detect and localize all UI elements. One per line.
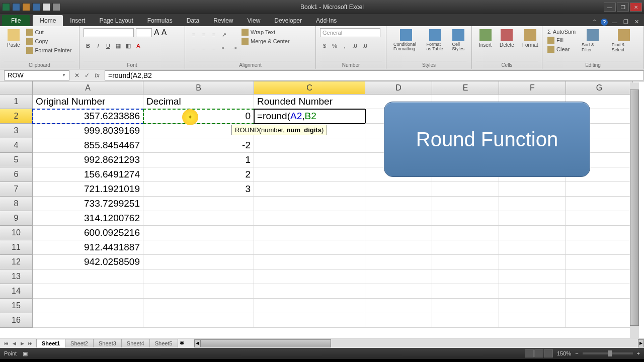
minimize-button[interactable]: — [604,3,616,12]
cell-A5[interactable]: 992.8621293 [33,153,143,167]
bold-button[interactable]: B [84,41,93,50]
row-header-9[interactable]: 9 [0,211,33,226]
vertical-scrollbar[interactable] [630,82,639,339]
macro-record-icon[interactable]: ▣ [23,350,28,357]
conditional-formatting-button[interactable]: Conditional Formatting [390,28,421,61]
cell-G14[interactable] [566,284,633,299]
cell-A10[interactable]: 600.0925216 [33,226,143,240]
cell-C14[interactable] [254,284,365,299]
decrease-font-icon[interactable]: A [162,28,167,37]
cell-B16[interactable] [143,313,254,328]
cell-C8[interactable] [254,197,365,211]
cell-B5[interactable]: 1 [143,153,254,167]
sheet-tab-sheet1[interactable]: Sheet1 [36,339,65,347]
cell-E13[interactable] [432,269,499,284]
col-header-D[interactable]: D [365,81,432,95]
cell-B11[interactable] [143,240,254,255]
merge-center-button[interactable]: Merge & Center [240,37,291,45]
cell-C5[interactable] [254,153,365,167]
tab-developer[interactable]: Developer [267,15,309,26]
cell-B4[interactable]: -2 [143,138,254,153]
zoom-out-icon[interactable]: − [575,350,578,356]
cell-D7[interactable] [365,182,432,197]
col-header-G[interactable]: G [566,81,633,95]
chevron-down-icon[interactable]: ▼ [62,73,66,77]
cell-C13[interactable] [254,269,365,284]
sheet-tab-sheet2[interactable]: Sheet2 [65,339,94,347]
vscroll-thumb[interactable] [630,89,639,326]
row-header-10[interactable]: 10 [0,226,33,240]
cell-F16[interactable] [499,313,566,328]
col-header-A[interactable]: A [33,81,143,95]
sort-filter-button[interactable]: Sort & Filter [579,28,607,61]
last-sheet-icon[interactable]: ⏭ [26,339,34,347]
cell-E14[interactable] [432,284,499,299]
cell-F8[interactable] [499,197,566,211]
copy-button[interactable]: Copy [25,37,73,45]
window-close-icon[interactable]: ✕ [632,18,641,26]
cell-F11[interactable] [499,240,566,255]
fill-color-button[interactable]: ◧ [124,41,133,50]
cell-B8[interactable] [143,197,254,211]
minimize-ribbon-icon[interactable]: ⌃ [590,18,599,26]
row-header-14[interactable]: 14 [0,284,33,299]
cell-C6[interactable] [254,167,365,182]
cell-D14[interactable] [365,284,432,299]
row-header-6[interactable]: 6 [0,167,33,182]
close-button[interactable]: ✕ [630,3,642,12]
tab-file[interactable]: File [2,15,30,26]
tab-page-layout[interactable]: Page Layout [92,15,140,26]
cell-C12[interactable] [254,255,365,269]
cell-E15[interactable] [432,299,499,313]
hscroll-left-icon[interactable]: ◀ [194,339,200,347]
cell-A1[interactable]: Original Number [33,95,143,109]
row-header-11[interactable]: 11 [0,240,33,255]
align-right-icon[interactable]: ≡ [209,43,218,52]
fx-icon[interactable]: fx [93,71,102,80]
sheet-tab-sheet5[interactable]: Sheet5 [149,339,178,347]
help-icon[interactable]: ? [601,19,608,26]
row-header-5[interactable]: 5 [0,153,33,167]
cell-B9[interactable] [143,211,254,226]
cell-G10[interactable] [566,226,633,240]
row-header-4[interactable]: 4 [0,138,33,153]
cell-A8[interactable]: 733.7299251 [33,197,143,211]
currency-icon[interactable]: $ [320,41,329,50]
cell-C7[interactable] [254,182,365,197]
cell-G11[interactable] [566,240,633,255]
cell-E9[interactable] [432,211,499,226]
font-size-combo[interactable] [136,28,152,37]
open-icon[interactable] [22,3,30,11]
zoom-slider[interactable] [583,352,633,354]
tab-addins[interactable]: Add-Ins [309,15,344,26]
cell-D12[interactable] [365,255,432,269]
cell-E8[interactable] [432,197,499,211]
autosum-button[interactable]: ΣAutoSum [546,28,577,35]
cell-E7[interactable] [432,182,499,197]
sheet-tab-sheet3[interactable]: Sheet3 [93,339,122,347]
tab-review[interactable]: Review [206,15,240,26]
first-sheet-icon[interactable]: ⏮ [2,339,10,347]
cell-A14[interactable] [33,284,143,299]
sheet-tab-sheet4[interactable]: Sheet4 [121,339,150,347]
cell-F15[interactable] [499,299,566,313]
callout-shape[interactable]: Round Function [384,102,590,177]
find-select-button[interactable]: Find & Select [609,28,639,61]
cell-F13[interactable] [499,269,566,284]
cell-B15[interactable] [143,299,254,313]
tab-home[interactable]: Home [33,15,63,26]
next-sheet-icon[interactable]: ▶ [18,339,26,347]
format-as-table-button[interactable]: Format as Table [423,28,447,61]
cell-D15[interactable] [365,299,432,313]
row-header-15[interactable]: 15 [0,299,33,313]
cell-A2[interactable]: 357.6233886 [33,109,143,124]
format-painter-button[interactable]: Format Painter [25,46,73,54]
cell-C15[interactable] [254,299,365,313]
save-icon[interactable] [12,3,20,11]
cell-D11[interactable] [365,240,432,255]
cell-B10[interactable] [143,226,254,240]
cell-E10[interactable] [432,226,499,240]
excel-icon[interactable] [2,3,10,11]
row-header-16[interactable]: 16 [0,313,33,328]
formula-input[interactable]: =round(A2,B2 [105,70,644,80]
